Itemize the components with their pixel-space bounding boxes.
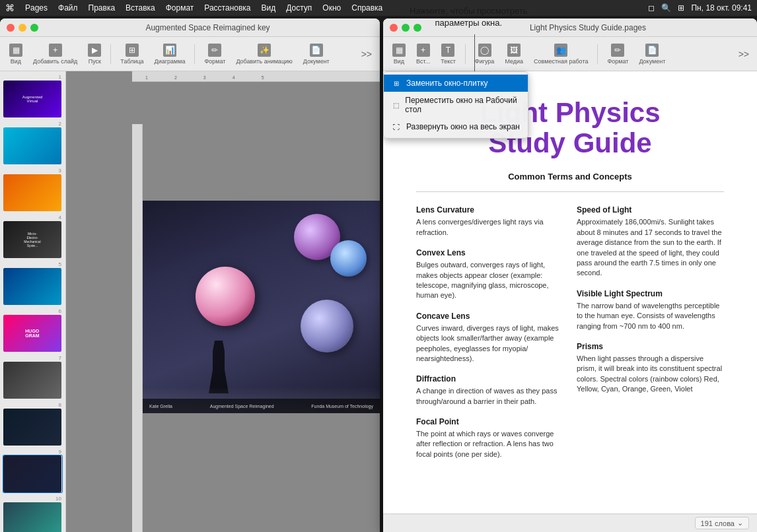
pages-toolbar-media[interactable]: 🖼 Медиа bbox=[501, 41, 527, 67]
slide-thumb-2[interactable] bbox=[3, 127, 63, 165]
slide-preview-2 bbox=[3, 127, 61, 164]
keynote-title: Augmented Space Reimagined key bbox=[42, 23, 373, 32]
slide-thumb-6[interactable]: HUGOGRAM bbox=[3, 314, 63, 352]
pages-text-icon: T bbox=[441, 44, 454, 57]
pages-content: Light PhysicsStudy Guide Common Terms an… bbox=[383, 71, 757, 532]
search-icon[interactable]: 🔍 bbox=[661, 3, 671, 13]
menu-insert[interactable]: Вставка bbox=[126, 3, 155, 13]
pages-toolbar-collab[interactable]: 👥 Совместная работа bbox=[530, 41, 592, 67]
slide-thumb-10[interactable] bbox=[3, 502, 63, 532]
slide-num-6: 6 bbox=[3, 308, 63, 314]
slide-canvas[interactable]: Kate Grella Augmented Space Reimagined F… bbox=[143, 201, 380, 413]
toolbar-format[interactable]: ✏ Формат bbox=[200, 41, 229, 67]
maximize-button[interactable] bbox=[30, 24, 38, 32]
menu-format[interactable]: Формат bbox=[166, 3, 194, 13]
pages-statusbar: 191 слова ⌄ bbox=[383, 514, 757, 532]
slide-num-2: 2 bbox=[3, 121, 63, 127]
context-menu-tile[interactable]: ⊞ Заменить окно-плитку bbox=[384, 75, 528, 92]
menu-arrange[interactable]: Расстановка bbox=[204, 3, 250, 13]
toolbar-view[interactable]: ▦ Вид bbox=[5, 41, 26, 67]
control-center-icon[interactable]: ⊞ bbox=[678, 3, 684, 13]
slide-preview-8 bbox=[3, 409, 61, 446]
slide-background: Kate Grella Augmented Space Reimagined F… bbox=[143, 201, 380, 413]
fullscreen-icon: ⛶ bbox=[392, 122, 401, 131]
slide-thumb-1[interactable]: AugmentedVirtual bbox=[3, 80, 63, 118]
toolbar-divider-1 bbox=[110, 44, 111, 64]
format-icon: ✏ bbox=[208, 44, 221, 57]
menu-window[interactable]: Окно bbox=[322, 3, 341, 13]
pages-toolbar-document[interactable]: 📄 Документ bbox=[635, 41, 669, 67]
pages-toolbar-shape[interactable]: ◯ Фигура bbox=[471, 41, 499, 67]
toolbar-add-slide[interactable]: + Добавить слайд bbox=[29, 41, 81, 67]
slide-num-8: 8 bbox=[3, 402, 63, 408]
slide-preview-3 bbox=[3, 174, 61, 211]
slide-thumb-5[interactable] bbox=[3, 267, 63, 306]
slide-thumb-7[interactable] bbox=[3, 361, 63, 399]
document-columns: Lens Curvature A lens converges/diverges… bbox=[416, 205, 724, 470]
term-lens-curvature: Lens Curvature bbox=[416, 205, 563, 215]
caption-center: Augmented Space Reimagined bbox=[210, 404, 274, 409]
toolbar-more-p[interactable]: >> bbox=[736, 46, 752, 62]
slide-num-4: 4 bbox=[3, 215, 63, 220]
def-prisms: When light passes through a dispersive p… bbox=[577, 354, 724, 395]
pages-toolbar-text[interactable]: T Текст bbox=[437, 41, 460, 67]
pages-close-button[interactable] bbox=[390, 24, 398, 32]
slide-canvas-wrapper: Kate Grella Augmented Space Reimagined F… bbox=[143, 82, 380, 532]
pages-insert-icon: + bbox=[417, 44, 430, 57]
pages-view-label: Вид bbox=[394, 58, 404, 65]
menu-help[interactable]: Справка bbox=[351, 3, 382, 13]
toolbar-more-k[interactable]: >> bbox=[359, 46, 375, 62]
pages-toolbar-divider bbox=[465, 44, 466, 64]
toolbar-animate[interactable]: ✨ Добавить анимацию bbox=[232, 41, 296, 67]
toolbar-chart[interactable]: 📊 Диаграмма bbox=[151, 41, 190, 67]
pages-minimize-button[interactable] bbox=[402, 24, 410, 32]
play-icon: ▶ bbox=[88, 44, 101, 57]
pages-toolbar-view[interactable]: ▦ Вид bbox=[388, 41, 410, 67]
document-k-icon: 📄 bbox=[310, 44, 323, 57]
pages-toolbar-format[interactable]: ✏ Формат bbox=[603, 41, 632, 67]
menu-edit[interactable]: Правка bbox=[89, 3, 116, 13]
slide-num-10: 10 bbox=[3, 496, 63, 502]
keynote-toolbar: ▦ Вид + Добавить слайд ▶ Пуск ⊞ Таблица … bbox=[0, 37, 380, 71]
word-count-badge[interactable]: 191 слова ⌄ bbox=[695, 517, 749, 529]
slide-caption-bar: Kate Grella Augmented Space Reimagined F… bbox=[143, 399, 380, 413]
menu-file[interactable]: Файл bbox=[58, 3, 78, 13]
pages-toolbar: ▦ Вид + Вст... T Текст ◯ Фигура 🖼 Медиа … bbox=[383, 37, 757, 71]
pages-toolbar-divider-2 bbox=[597, 44, 598, 64]
apple-menu[interactable]: ⌘ bbox=[5, 3, 15, 13]
context-menu-desktop[interactable]: ⬚ Переместить окно на Рабочий стол bbox=[384, 92, 528, 118]
pages-format-label: Формат bbox=[607, 58, 628, 65]
slide-preview-1: AugmentedVirtual bbox=[3, 81, 61, 117]
minimize-button[interactable] bbox=[18, 24, 26, 32]
slides-panel: 1 AugmentedVirtual 2 3 4 Micro-Electro-M… bbox=[0, 71, 66, 532]
toolbar-table[interactable]: ⊞ Таблица bbox=[116, 41, 147, 67]
toolbar-document-k[interactable]: 📄 Документ bbox=[299, 41, 334, 67]
sphere-lavender bbox=[301, 300, 353, 352]
slide-thumb-3[interactable] bbox=[3, 174, 63, 212]
slide-thumb-9[interactable] bbox=[3, 455, 63, 493]
def-focal-point: The point at which rays or waves converg… bbox=[416, 429, 563, 459]
context-menu-fullscreen[interactable]: ⛶ Развернуть окно на весь экран bbox=[384, 118, 528, 135]
term-prisms: Prisms bbox=[577, 342, 724, 351]
tile-icon: ⊞ bbox=[392, 79, 401, 88]
slide-num-9: 9 bbox=[3, 449, 63, 455]
menu-view[interactable]: Вид bbox=[262, 3, 276, 13]
term-convex-lens: Convex Lens bbox=[416, 248, 563, 257]
document-divider bbox=[416, 191, 724, 192]
toolbar-animate-label: Добавить анимацию bbox=[236, 58, 292, 65]
close-button[interactable] bbox=[7, 24, 15, 32]
pages-media-icon: 🖼 bbox=[507, 44, 521, 57]
pages-toolbar-insert[interactable]: + Вст... bbox=[412, 41, 434, 67]
def-diffraction: A change in direction of waves as they p… bbox=[416, 386, 563, 407]
toolbar-play[interactable]: ▶ Пуск bbox=[84, 41, 105, 67]
slide-preview-7 bbox=[3, 362, 61, 399]
animate-icon: ✨ bbox=[258, 44, 271, 57]
menu-pages[interactable]: Pages bbox=[25, 3, 48, 13]
slide-thumb-4[interactable]: Micro-Electro-MechanicalSyste... bbox=[3, 220, 63, 259]
word-count-chevron: ⌄ bbox=[737, 519, 743, 527]
slide-thumb-8[interactable] bbox=[3, 408, 63, 446]
menu-access[interactable]: Доступ bbox=[286, 3, 312, 13]
toolbar-view-label: Вид bbox=[11, 58, 21, 65]
pages-view-icon: ▦ bbox=[392, 44, 406, 57]
pages-window: Light Physics Study Guide.pages ▦ Вид + … bbox=[383, 18, 757, 532]
